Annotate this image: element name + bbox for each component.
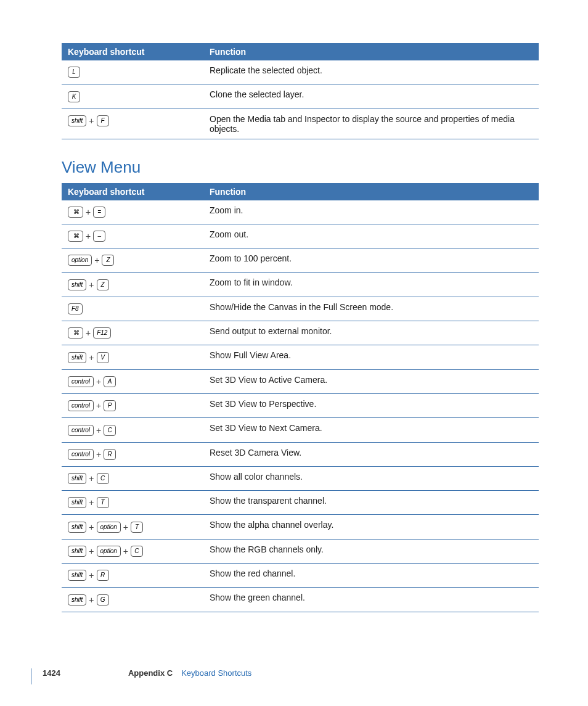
keycap: shift (68, 352, 86, 363)
function-cell: Open the Media tab and Inspector to disp… (203, 109, 539, 139)
plus-separator: + (86, 595, 96, 605)
table-row: shift+CShow all color channels. (62, 466, 539, 490)
keycap: shift (68, 279, 86, 290)
plus-separator: + (86, 522, 96, 532)
function-cell: Show the green channel. (203, 588, 539, 612)
keycap: G (97, 594, 109, 605)
keycap: option (97, 522, 121, 533)
table-row: option+ZZoom to 100 percent. (62, 248, 539, 273)
table-row: shift+VShow Full View Area. (62, 345, 539, 369)
plus-separator: + (94, 401, 104, 411)
shortcut-cell: K (62, 84, 203, 109)
shortcut-cell: shift+V (62, 345, 203, 369)
function-cell: Set 3D View to Active Camera. (203, 369, 539, 393)
keycap: shift (68, 522, 86, 533)
function-cell: Send output to external monitor. (203, 321, 539, 345)
function-cell: Show the alpha channel overlay. (203, 515, 539, 539)
shortcut-cell: shift+option+T (62, 515, 203, 539)
shortcut-cell: shift+option+C (62, 539, 203, 563)
shortcut-cell: +– (62, 224, 203, 248)
keycap: shift (68, 594, 86, 605)
keycap: shift (68, 473, 86, 484)
keycap: option (97, 546, 121, 557)
function-cell: Zoom out. (203, 224, 539, 248)
table-body-top: LReplicate the selected object.KClone th… (62, 60, 539, 139)
table-row: control+ASet 3D View to Active Camera. (62, 369, 539, 393)
keycap: – (93, 231, 105, 242)
keycap: F12 (93, 327, 111, 339)
keycap: C (131, 546, 143, 557)
keycap: T (97, 497, 109, 508)
appendix-title: Keyboard Shortcuts (181, 668, 251, 678)
keycap: control (68, 425, 94, 436)
plus-separator: + (92, 255, 102, 265)
shortcut-cell: shift+Z (62, 273, 203, 297)
plus-separator: + (86, 474, 96, 483)
function-cell: Reset 3D Camera View. (203, 442, 539, 466)
plus-separator: + (94, 377, 104, 387)
plus-separator: + (86, 498, 96, 507)
command-key-icon (68, 207, 83, 218)
keycap: Z (97, 279, 109, 290)
keycap: A (104, 376, 116, 387)
plus-separator: + (94, 449, 104, 459)
plus-separator: + (86, 116, 96, 126)
table-row: control+CSet 3D View to Next Camera. (62, 418, 539, 442)
table-row: LReplicate the selected object. (62, 60, 539, 84)
function-cell: Show the transparent channel. (203, 491, 539, 515)
keycap: K (68, 91, 80, 102)
keycap: control (68, 449, 94, 460)
keycap: C (97, 473, 109, 484)
function-cell: Set 3D View to Perspective. (203, 393, 539, 417)
table-row: shift+option+TShow the alpha channel ove… (62, 515, 539, 539)
plus-separator: + (94, 425, 104, 435)
table-row: F8Show/Hide the Canvas in the Full Scree… (62, 297, 539, 321)
table-row: control+PSet 3D View to Perspective. (62, 393, 539, 417)
keycap: option (68, 255, 92, 266)
table-row: +F12Send output to external monitor. (62, 321, 539, 345)
function-cell: Show/Hide the Canvas in the Full Screen … (203, 297, 539, 321)
keycap: L (68, 67, 80, 78)
shortcut-cell: shift+R (62, 564, 203, 588)
plus-separator: + (83, 231, 93, 241)
plus-separator: + (86, 570, 96, 580)
shortcuts-table-view: Keyboard shortcut Function +=Zoom in.+–Z… (62, 183, 539, 612)
keycap: control (68, 400, 94, 411)
shortcut-cell: shift+C (62, 466, 203, 490)
function-cell: Zoom to 100 percent. (203, 248, 539, 273)
col-header-shortcut: Keyboard shortcut (62, 43, 203, 60)
plus-separator: + (86, 280, 96, 290)
shortcut-cell: shift+T (62, 491, 203, 515)
plus-separator: + (83, 207, 93, 217)
table-row: control+RReset 3D Camera View. (62, 442, 539, 466)
shortcut-cell: +F12 (62, 321, 203, 345)
page-number: 1424 (43, 668, 60, 678)
table-row: shift+FOpen the Media tab and Inspector … (62, 109, 539, 139)
appendix-label: Appendix C (128, 668, 173, 678)
function-cell: Show all color channels. (203, 466, 539, 490)
shortcut-cell: option+Z (62, 248, 203, 273)
keycap: F (97, 115, 109, 126)
keycap: shift (68, 570, 86, 581)
keycap: Z (102, 255, 114, 266)
function-cell: Set 3D View to Next Camera. (203, 418, 539, 442)
keycap: V (97, 352, 109, 363)
keycap: = (93, 207, 105, 218)
plus-separator: + (86, 546, 96, 556)
function-cell: Replicate the selected object. (203, 60, 539, 84)
keycap: control (68, 376, 94, 387)
table-row: shift+option+CShow the RGB channels only… (62, 539, 539, 563)
keycap: shift (68, 115, 86, 126)
command-key-icon (68, 327, 83, 339)
col-header-shortcut: Keyboard shortcut (62, 183, 203, 200)
page-footer: 1424 Appendix C Keyboard Shortcuts (0, 668, 524, 684)
table-body-view: +=Zoom in.+–Zoom out.option+ZZoom to 100… (62, 200, 539, 612)
table-row: shift+RShow the red channel. (62, 564, 539, 588)
shortcut-cell: control+C (62, 418, 203, 442)
shortcut-cell: += (62, 200, 203, 224)
keycap: shift (68, 497, 86, 508)
shortcut-cell: shift+G (62, 588, 203, 612)
table-row: KClone the selected layer. (62, 84, 539, 109)
table-row: shift+GShow the green channel. (62, 588, 539, 612)
table-row: shift+ZZoom to fit in window. (62, 273, 539, 297)
